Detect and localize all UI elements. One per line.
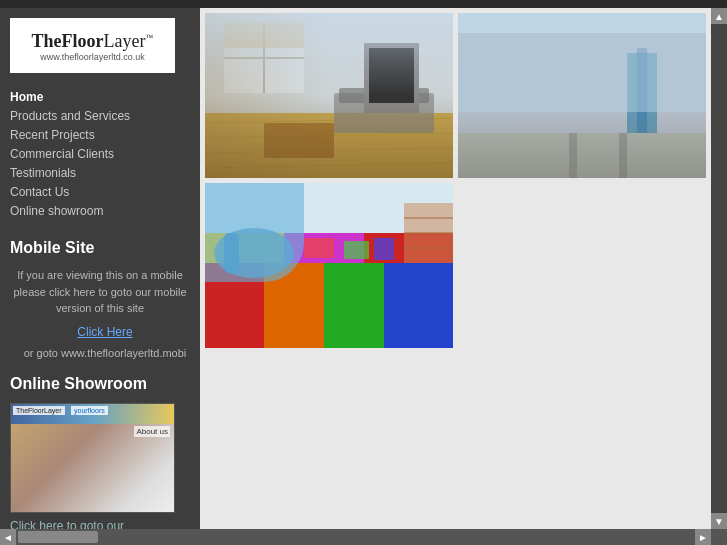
bottom-bar: ◄ ►	[0, 529, 727, 545]
online-showroom-heading: Online Showroom	[10, 375, 200, 393]
svg-rect-18	[458, 13, 706, 33]
nav-item-recent[interactable]: Recent Projects	[10, 127, 200, 143]
svg-rect-38	[224, 233, 239, 273]
showroom-thumbnail[interactable]: About us TheFloorLayer yourfloors	[10, 403, 175, 513]
svg-rect-20	[607, 33, 619, 163]
svg-rect-40	[344, 241, 369, 259]
right-scrollbar: ▲ ▼	[711, 8, 727, 529]
svg-rect-32	[384, 263, 453, 348]
scroll-right-button[interactable]: ►	[695, 529, 711, 545]
living-room-svg	[205, 13, 453, 178]
yourfloors-logo: yourfloors	[71, 406, 108, 415]
svg-rect-27	[619, 133, 627, 178]
showroom-thumb-text: About us	[134, 426, 170, 437]
svg-rect-5	[205, 13, 453, 178]
warehouse-svg	[458, 13, 706, 178]
svg-rect-15	[369, 48, 414, 103]
svg-rect-13	[264, 123, 334, 158]
nav-item-showroom[interactable]: Online showroom	[10, 203, 200, 219]
svg-rect-22	[627, 53, 657, 133]
scroll-down-button[interactable]: ▼	[711, 513, 727, 529]
nav-list: Home Products and Services Recent Projec…	[10, 89, 200, 219]
nav-item-products[interactable]: Products and Services	[10, 108, 200, 124]
nav-item-contact[interactable]: Contact Us	[10, 184, 200, 200]
image-grid	[205, 13, 706, 348]
logo-box[interactable]: TheFloorLayer™ www.thefloorlayerltd.co.u…	[10, 18, 175, 73]
svg-rect-26	[569, 133, 577, 178]
nav-item-commercial[interactable]: Commercial Clients	[10, 146, 200, 162]
svg-line-8	[205, 133, 453, 138]
h-scroll-thumb[interactable]	[18, 531, 98, 543]
svg-rect-12	[339, 88, 429, 103]
nav-item-home[interactable]: Home	[10, 89, 200, 105]
svg-rect-1	[224, 23, 304, 93]
svg-line-7	[205, 118, 453, 123]
svg-rect-25	[458, 133, 706, 178]
svg-line-10	[205, 163, 453, 168]
nav-link-contact[interactable]: Contact Us	[10, 184, 200, 200]
mobile-site-heading: Mobile Site	[10, 239, 200, 257]
scroll-left-button[interactable]: ◄	[0, 529, 16, 545]
colorful-floor-svg	[205, 183, 453, 348]
nav-link-showroom[interactable]: Online showroom	[10, 203, 200, 219]
image-colorful-floor	[205, 183, 453, 348]
mobile-goto: or goto www.thefloorlayerltd.mobi	[10, 347, 200, 359]
svg-rect-41	[374, 238, 394, 260]
showroom-logo-small: TheFloorLayer	[13, 406, 65, 415]
content-area	[200, 8, 711, 529]
svg-rect-31	[324, 263, 384, 348]
logo-subtitle: www.thefloorlayerltd.co.uk	[40, 52, 145, 62]
svg-line-9	[205, 148, 453, 153]
showroom-thumb-inner: About us TheFloorLayer yourfloors	[11, 404, 174, 512]
nav-link-testimonials[interactable]: Testimonials	[10, 165, 200, 181]
svg-rect-11	[334, 93, 434, 133]
showroom-link-text[interactable]: Click here to goto our	[10, 519, 200, 530]
svg-rect-23	[637, 48, 647, 138]
nav-link-products[interactable]: Products and Services	[10, 108, 200, 124]
svg-rect-19	[557, 33, 569, 163]
svg-rect-16	[458, 13, 706, 178]
sidebar: TheFloorLayer™ www.thefloorlayerltd.co.u…	[0, 8, 200, 529]
image-living-room	[205, 13, 453, 178]
svg-rect-30	[264, 263, 324, 348]
nav-item-testimonials[interactable]: Testimonials	[10, 165, 200, 181]
nav-link-home[interactable]: Home	[10, 89, 200, 105]
svg-rect-29	[205, 263, 264, 348]
svg-rect-17	[458, 13, 706, 43]
nav-link-recent[interactable]: Recent Projects	[10, 127, 200, 143]
bottom-scrollbar[interactable]	[16, 529, 695, 545]
svg-rect-4	[224, 23, 304, 48]
svg-rect-14	[364, 43, 419, 113]
logo-title: TheFloorLayer™	[32, 29, 154, 52]
svg-rect-0	[205, 13, 453, 113]
nav-link-commercial[interactable]: Commercial Clients	[10, 146, 200, 162]
svg-rect-21	[458, 33, 706, 133]
svg-rect-33	[205, 233, 284, 263]
scroll-corner	[711, 529, 727, 545]
scroll-track-vertical	[711, 24, 727, 513]
scroll-up-button[interactable]: ▲	[711, 8, 727, 24]
svg-rect-24	[458, 133, 706, 178]
main-wrapper: TheFloorLayer™ www.thefloorlayerltd.co.u…	[0, 8, 727, 529]
top-bar	[0, 0, 727, 8]
svg-rect-39	[304, 238, 334, 258]
click-here-link[interactable]: Click Here	[10, 325, 200, 339]
image-warehouse	[458, 13, 706, 178]
svg-point-37	[214, 228, 294, 278]
svg-rect-6	[205, 113, 453, 178]
mobile-description: If you are viewing this on a mobile plea…	[10, 267, 190, 317]
